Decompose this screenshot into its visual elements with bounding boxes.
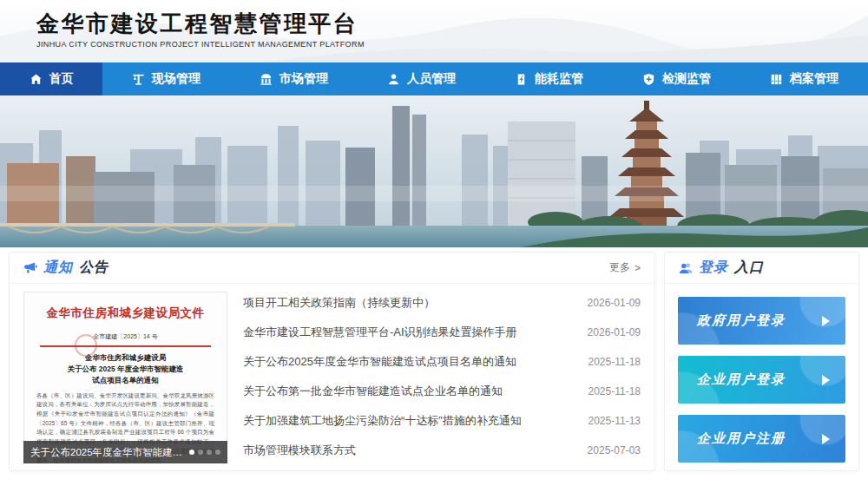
carousel-dot[interactable] — [189, 450, 194, 455]
enterprise-user-login-button[interactable]: 企业用户登录 — [678, 356, 845, 404]
page-subtitle: JINHUA CITY CONSTRUCTION PROJECT INTELLI… — [36, 40, 365, 49]
nav-item-market-management[interactable]: 市场管理 — [230, 62, 358, 95]
shield-icon — [642, 73, 655, 86]
nav-item-personnel-management[interactable]: 人员管理 — [358, 62, 485, 95]
nav-item-label: 市场管理 — [279, 71, 328, 87]
notice-list-item[interactable]: 金华市建设工程智慧管理平台-AI识别结果处置操作手册 2026-01-09 — [243, 325, 641, 340]
official-document-image: 金华市住房和城乡建设局文件 金市建建〔2025〕14 号 金华市住房和城乡建设局… — [23, 292, 227, 463]
nav-item-label: 现场管理 — [152, 71, 201, 87]
energy-icon — [515, 73, 528, 86]
nav-item-home[interactable]: 首页 — [0, 62, 102, 95]
nav-item-label: 能耗监管 — [535, 71, 583, 87]
nav-item-label: 档案管理 — [790, 71, 838, 87]
notice-item-date: 2025-11-18 — [589, 385, 641, 397]
login-body: 政府用户登录 企业用户登录 企业用户注册 — [665, 284, 858, 476]
notice-item-title: 市场管理模块联系方式 — [243, 443, 356, 458]
document-carousel[interactable]: 金华市住房和城乡建设局文件 金市建建〔2025〕14 号 金华市住房和城乡建设局… — [23, 292, 227, 463]
notice-more-link[interactable]: 更多 > — [609, 260, 641, 275]
notice-item-date: 2026-01-09 — [588, 297, 641, 309]
login-panel-header: 登录入口 — [665, 253, 858, 284]
carousel-caption: 关于公布2025年度金华市智能建造试点项目名单... — [30, 446, 184, 459]
notice-list-item[interactable]: 关于公布2025年度金华市智能建造试点项目名单的通知 2025-11-18 — [243, 354, 641, 370]
arrow-right-icon — [822, 375, 830, 385]
notice-item-title: 关于公布第一批金华市智能建造试点企业名单的通知 — [243, 384, 503, 399]
document-number: 金市建建〔2025〕14 号 — [35, 332, 216, 341]
carousel-dot[interactable] — [207, 450, 212, 455]
notice-panel: 通知公告 更多 > 金华市住房和城乡建设局文件 金市建建〔2025〕14 号 金… — [9, 252, 655, 471]
notice-item-title: 关于加强建筑工地扬尘污染防治“十达标”措施的补充通知 — [243, 413, 522, 429]
document-subject: 金华市住房和城乡建设局 关于公布 2025 年度金华市智能建造 试点项目名单的通… — [35, 352, 216, 387]
button-label: 企业用户登录 — [697, 371, 786, 388]
carousel-dot[interactable] — [215, 450, 220, 455]
notice-list-item[interactable]: 关于公布第一批金华市智能建造试点企业名单的通知 2025-11-18 — [243, 384, 641, 399]
notice-item-date: 2025-11-13 — [589, 415, 641, 427]
megaphone-icon — [23, 261, 37, 275]
nav-item-inspection-monitoring[interactable]: 检测监管 — [613, 62, 740, 95]
content-area: 通知公告 更多 > 金华市住房和城乡建设局文件 金市建建〔2025〕14 号 金… — [9, 252, 859, 471]
notice-list-item[interactable]: 市场管理模块联系方式 2025-07-03 — [243, 443, 641, 458]
market-icon — [260, 73, 273, 86]
arrow-right-icon — [822, 316, 830, 326]
document-divider — [40, 345, 211, 347]
notice-item-title: 关于公布2025年度金华市智能建造试点项目名单的通知 — [243, 354, 516, 370]
document-header: 金华市住房和城乡建设局文件 — [35, 305, 216, 321]
nav-item-label: 检测监管 — [662, 71, 711, 87]
login-title-accent: 登录 — [699, 259, 728, 277]
arrow-right-icon — [822, 434, 830, 444]
archive-icon — [770, 73, 783, 86]
person-icon — [387, 73, 400, 86]
main-nav: 首页 现场管理 市场管理 人员管理 能耗监管 — [0, 62, 868, 95]
button-label: 企业用户注册 — [697, 430, 786, 447]
nav-item-energy-monitoring[interactable]: 能耗监管 — [485, 62, 613, 95]
nav-item-label: 首页 — [49, 71, 74, 87]
page: 金华市建设工程智慧管理平台 JINHUA CITY CONSTRUCTION P… — [0, 0, 868, 486]
login-panel: 登录入口 政府用户登录 企业用户登录 企业用户注册 — [664, 252, 859, 471]
notice-item-date: 2026-01-09 — [588, 326, 641, 338]
login-title-rest: 入口 — [734, 259, 764, 277]
notice-item-date: 2025-11-18 — [589, 356, 641, 368]
nav-item-archive-management[interactable]: 档案管理 — [740, 62, 868, 95]
users-icon — [679, 261, 693, 275]
button-label: 政府用户登录 — [697, 312, 786, 329]
notice-item-title: 金华市建设工程智慧管理平台-AI识别结果处置操作手册 — [243, 325, 517, 340]
enterprise-user-register-button[interactable]: 企业用户注册 — [678, 415, 845, 463]
crane-icon — [132, 73, 145, 86]
chevron-right-icon: > — [635, 262, 641, 274]
home-icon — [30, 73, 43, 86]
notice-panel-header: 通知公告 更多 > — [10, 253, 654, 284]
site-header: 金华市建设工程智慧管理平台 JINHUA CITY CONSTRUCTION P… — [0, 0, 868, 62]
notice-title-accent: 通知 — [43, 259, 73, 277]
more-label: 更多 — [609, 260, 630, 275]
notice-body: 金华市住房和城乡建设局文件 金市建建〔2025〕14 号 金华市住房和城乡建设局… — [10, 284, 654, 470]
nav-item-label: 人员管理 — [407, 71, 456, 87]
carousel-caption-bar: 关于公布2025年度金华市智能建造试点项目名单... — [23, 441, 227, 463]
notice-panel-title: 通知公告 — [23, 259, 108, 277]
nav-item-site-management[interactable]: 现场管理 — [102, 62, 230, 95]
notice-item-title: 项目开工相关政策指南（持续更新中） — [243, 295, 435, 311]
carousel-dots — [189, 450, 220, 455]
notice-list-item[interactable]: 项目开工相关政策指南（持续更新中） 2026-01-09 — [243, 295, 641, 311]
login-panel-title: 登录入口 — [679, 259, 764, 277]
brand: 金华市建设工程智慧管理平台 JINHUA CITY CONSTRUCTION P… — [36, 10, 365, 49]
page-title: 金华市建设工程智慧管理平台 — [36, 10, 365, 38]
notice-title-rest: 公告 — [79, 259, 108, 277]
city-banner-image — [0, 95, 868, 247]
carousel-dot[interactable] — [198, 450, 203, 455]
notice-list: 项目开工相关政策指南（持续更新中） 2026-01-09 金华市建设工程智慧管理… — [243, 292, 641, 463]
notice-item-date: 2025-07-03 — [588, 444, 641, 456]
notice-list-item[interactable]: 关于加强建筑工地扬尘污染防治“十达标”措施的补充通知 2025-11-13 — [243, 413, 641, 429]
government-user-login-button[interactable]: 政府用户登录 — [678, 297, 845, 345]
